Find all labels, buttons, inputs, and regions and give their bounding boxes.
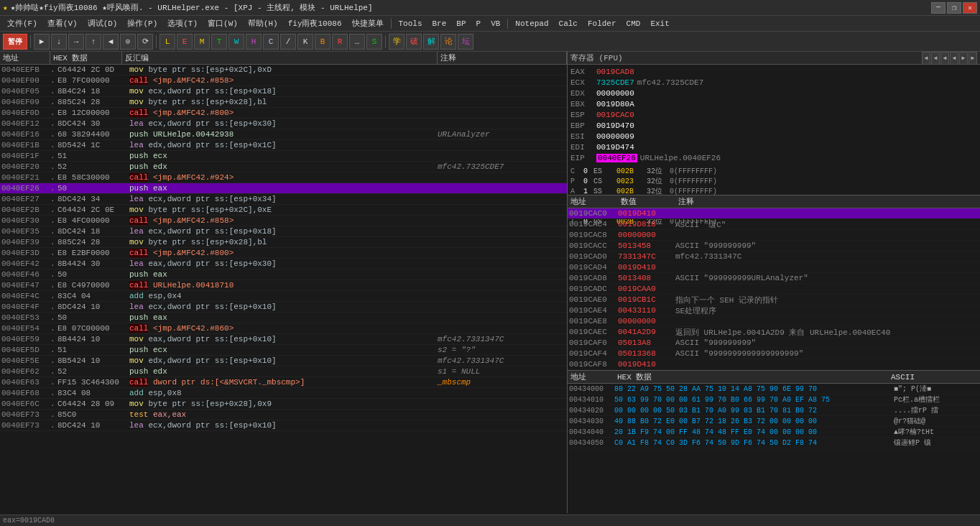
hexdump-row[interactable]: 0043404020 1B F9 74 00 FF 48 74 48 FF E0… — [568, 427, 980, 438]
disasm-row[interactable]: 0040EF68.83C4 08add esp,0x8 — [0, 388, 567, 399]
reg-value[interactable]: 7325CDE7 — [596, 78, 634, 87]
r-button[interactable]: R — [332, 34, 348, 50]
disasm-row[interactable]: 0040EF53.50push eax — [0, 313, 567, 323]
stack-row[interactable]: 0019CADC0019CAA0 — [568, 284, 980, 295]
xue-button[interactable]: 学 — [389, 34, 405, 50]
disasm-row[interactable]: 0040EF2B.C64424 2C 0Emov byte ptr ss:[es… — [0, 205, 567, 216]
reg-nav-right1[interactable]: ▶ — [959, 52, 968, 65]
disasm-row[interactable]: 0040EF00.E8 7FC00000call <jmp.&MFC42.#85… — [0, 75, 567, 86]
menu-item-14[interactable]: Notepad — [511, 18, 553, 29]
menu-item-3[interactable]: 操作(P) — [123, 17, 162, 30]
step-out-button[interactable]: ↑ — [85, 34, 101, 50]
disasm-row[interactable]: 0040EF5D.51push ecxs2 = "?" — [0, 345, 567, 356]
stack-row[interactable]: 0019CAC00019D410 — [568, 208, 980, 219]
menu-item-7[interactable]: fiy雨夜10086 — [284, 17, 346, 30]
step-over-button[interactable]: → — [68, 34, 84, 50]
disasm-row[interactable]: 0040EF20.52push edxmfc42.7325CDE7 — [0, 162, 567, 172]
hexdump-row[interactable]: 0043403040 88 B0 72 E0 00 B7 72 18 26 B3… — [568, 416, 980, 427]
stack-row[interactable]: 0019CAE800000000 — [568, 316, 980, 327]
hexdump-row[interactable]: 0043402000 00 00 00 50 03 B1 70 A0 99 03… — [568, 405, 980, 416]
k-button[interactable]: K — [297, 34, 313, 50]
disasm-row[interactable]: 0040EF47.E8 C4970000call URLHelpe.004187… — [0, 280, 567, 291]
jie-button[interactable]: 解 — [423, 34, 439, 50]
reg-nav-left4[interactable]: ◀ — [950, 52, 958, 65]
hexdump-row[interactable]: 00434050C0 A1 F8 74 C0 3D F6 74 50 9D F6… — [568, 438, 980, 448]
disasm-row[interactable]: 0040EF27.8DC424 34lea ecx,dword ptr ss:[… — [0, 194, 567, 205]
disasm-row[interactable]: 0040EF73.8DC424 10lea ecx,dword ptr ss:[… — [0, 420, 567, 431]
disasm-row[interactable]: 0040EF26.50push eax — [0, 183, 567, 194]
hexdump-content[interactable]: 0043400080 22 A9 75 50 28 AA 75 10 14 A8… — [568, 384, 980, 513]
disasm-row[interactable]: 0040EF1B.8D5424 1Clea edx,dword ptr ss:[… — [0, 140, 567, 151]
reg-value[interactable]: 0019D80A — [596, 100, 634, 109]
restore-button[interactable]: ❐ — [947, 2, 961, 14]
minimize-button[interactable]: ─ — [931, 2, 946, 14]
menu-item-13[interactable]: VB — [486, 18, 504, 29]
reg-nav-left1[interactable]: ◀ — [922, 52, 930, 65]
disasm-content[interactable]: 0040EEFB.C64424 2C 0Dmov byte ptr ss:[es… — [0, 65, 567, 513]
stack-row[interactable]: 0019CAC800000000 — [568, 230, 980, 241]
disasm-row[interactable]: 0040EF09.885C24 28mov byte ptr ss:[esp+0… — [0, 97, 567, 108]
reg-value[interactable]: 0040EF26 — [596, 154, 637, 162]
disasm-row[interactable]: 0040EF62.52push edxs1 = NULL — [0, 366, 567, 377]
stack-row[interactable]: 0019CAE00019CB1C指向下一个 SEH 记录的指针 — [568, 295, 980, 305]
reg-nav-right2[interactable]: ▶ — [969, 52, 977, 65]
stack-row[interactable]: 0019CAD85013408ASCII "999999999URLAnalyz… — [568, 273, 980, 284]
disasm-row[interactable]: 0040EF54.E8 07C00000call <jmp.&MFC42.#86… — [0, 323, 567, 334]
reg-value[interactable]: 00000000 — [596, 89, 634, 98]
reg-value[interactable]: 0019D470 — [596, 121, 634, 130]
disasm-row[interactable]: 0040EF16.68 38294400push URLHelpe.004429… — [0, 129, 567, 140]
stack-content[interactable]: 0019CAC00019D4100019CAC40019D818ASCII "缓… — [568, 208, 980, 370]
menu-item-18[interactable]: Exit — [646, 18, 673, 29]
disasm-row[interactable]: 0040EF6C.C64424 28 09mov byte ptr ss:[es… — [0, 399, 567, 410]
menu-item-8[interactable]: 快捷菜单 — [348, 17, 388, 30]
disasm-row[interactable]: 0040EF4C.83C4 04add esp,0x4 — [0, 291, 567, 302]
stack-row[interactable]: 0019CAC40019D818ASCII "缓C" — [568, 219, 980, 230]
stack-row[interactable]: 0019CAF405013368ASCII "99999999999999999… — [568, 349, 980, 359]
disasm-row[interactable]: 0040EF35.8DC424 18lea ecx,dword ptr ss:[… — [0, 226, 567, 237]
disasm-row[interactable]: 0040EF0D.E8 12C00000call <jmp.&MFC42.#80… — [0, 108, 567, 119]
stack-row[interactable]: 0019CAF80019D410 — [568, 359, 980, 370]
menu-item-2[interactable]: 调试(D) — [83, 17, 122, 30]
disasm-row[interactable]: 0040EF5E.8B5424 10mov edx,dword ptr ss:[… — [0, 356, 567, 366]
disasm-row[interactable]: 0040EF39.885C24 28mov byte ptr ss:[esp+0… — [0, 237, 567, 248]
reg-value[interactable]: 0019D474 — [596, 143, 634, 152]
s-button[interactable]: S — [366, 34, 382, 50]
menu-item-12[interactable]: P — [472, 18, 486, 29]
menu-item-11[interactable]: BP — [452, 18, 470, 29]
disasm-row[interactable]: 0040EF21.E8 58C30000call <jmp.&MFC42.#92… — [0, 172, 567, 183]
menu-item-16[interactable]: Folder — [583, 18, 621, 29]
disasm-row[interactable]: 0040EF59.8B4424 10mov eax,dword ptr ss:[… — [0, 334, 567, 345]
stack-row[interactable]: 0019CAF005013A8ASCII "999999999" — [568, 338, 980, 349]
hexdump-row[interactable]: 0043400080 22 A9 75 50 28 AA 75 10 14 A8… — [568, 384, 980, 394]
disasm-row[interactable]: 0040EF73.85C0test eax,eax — [0, 410, 567, 420]
disasm-row[interactable]: 0040EF4F.8DC424 10lea ecx,dword ptr ss:[… — [0, 302, 567, 313]
reg-value[interactable]: 0019CAD8 — [596, 68, 634, 76]
h-button[interactable]: H — [246, 34, 262, 50]
reg-value[interactable]: 0019CAC0 — [596, 111, 634, 119]
reg-nav-left3[interactable]: ◀ — [940, 52, 949, 65]
reg-nav-left2[interactable]: ◀ — [931, 52, 940, 65]
disasm-row[interactable]: 0040EF30.E8 4FC00000call <jmp.&MFC42.#85… — [0, 216, 567, 226]
disasm-row[interactable]: 0040EF46.50push eax — [0, 269, 567, 280]
menu-item-10[interactable]: Bre — [428, 18, 451, 29]
disasm-row[interactable]: 0040EF3D.E8 E2BF0000call <jmp.&MFC42.#80… — [0, 248, 567, 259]
menu-item-0[interactable]: 文件(F) — [3, 17, 42, 30]
disasm-row[interactable]: 0040EF63.FF15 3C464300call dword ptr ds:… — [0, 377, 567, 388]
menu-item-17[interactable]: CMD — [622, 18, 645, 29]
disasm-row[interactable]: 0040EEFB.C64424 2C 0Dmov byte ptr ss:[es… — [0, 65, 567, 75]
menu-item-15[interactable]: Calc — [555, 18, 582, 29]
disasm-row[interactable]: 0040EF1F.51push ecx — [0, 151, 567, 162]
stack-row[interactable]: 0019CAD40019D410 — [568, 262, 980, 273]
menu-item-5[interactable]: 窗口(W) — [203, 17, 242, 30]
dots-button[interactable]: … — [349, 34, 365, 50]
disasm-row[interactable]: 0040EF42.8B4424 30lea eax,dword ptr ss:[… — [0, 259, 567, 269]
l-button[interactable]: L — [160, 34, 175, 50]
step-into-button[interactable]: ↓ — [51, 34, 67, 50]
trace-into-button[interactable]: ⟳ — [137, 34, 153, 50]
menu-item-1[interactable]: 查看(V) — [43, 17, 82, 30]
menu-item-4[interactable]: 选项(T) — [163, 17, 202, 30]
m-button[interactable]: M — [194, 34, 210, 50]
close-button[interactable]: ✕ — [963, 2, 977, 14]
w-button[interactable]: W — [228, 34, 244, 50]
e-button[interactable]: E — [177, 34, 193, 50]
